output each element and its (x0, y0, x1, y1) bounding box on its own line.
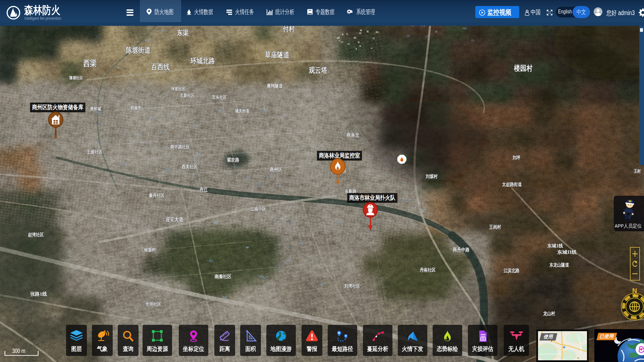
svg-text:候塬村: 候塬村 (144, 247, 156, 252)
svg-text:刘湾社区: 刘湾社区 (344, 283, 360, 289)
svg-text:草庙隧道: 草庙隧道 (265, 51, 290, 59)
svg-text:光明社区: 光明社区 (145, 301, 161, 307)
svg-text:康翔隧道: 康翔隧道 (267, 83, 283, 88)
svg-text:太赵路街道: 太赵路街道 (502, 182, 522, 187)
svg-text:西渠: 西渠 (83, 59, 97, 68)
svg-text:秦丹社区: 秦丹社区 (149, 193, 165, 198)
svg-text:宏头社区: 宏头社区 (212, 95, 227, 100)
svg-text:丹江: 丹江 (199, 187, 208, 192)
svg-text:紫农路: 紫农路 (227, 157, 239, 163)
svg-text:东城1线: 东城1线 (547, 243, 563, 248)
svg-text:商中路社区: 商中路社区 (170, 144, 190, 149)
svg-text:江南小区: 江南小区 (250, 206, 266, 212)
svg-text:隆塬社区: 隆塬社区 (69, 75, 83, 80)
svg-text:刘塬村: 刘塬村 (426, 174, 438, 179)
svg-text:迎宾大道: 迎宾大道 (165, 216, 184, 223)
svg-text:王塬社区: 王塬社区 (87, 149, 103, 155)
svg-text:南秦社区: 南秦社区 (214, 274, 231, 279)
svg-text:观云塔: 观云塔 (309, 66, 328, 74)
svg-text:陈塬街道: 陈塬街道 (126, 46, 151, 54)
svg-text:龙山村: 龙山村 (543, 311, 555, 316)
svg-text:东渠: 东渠 (177, 29, 189, 37)
svg-text:张路1线: 张路1线 (30, 291, 47, 297)
svg-text:北新社区: 北新社区 (180, 93, 195, 98)
svg-text:楼园村: 楼园村 (514, 64, 533, 72)
svg-text:赵湾社区: 赵湾社区 (28, 232, 44, 237)
svg-text:刘坪: 刘坪 (513, 155, 521, 160)
svg-text:300 m: 300 m (12, 347, 25, 354)
svg-text:付村: 付村 (283, 25, 295, 33)
svg-text:王村: 王村 (634, 169, 641, 174)
svg-text:商郁城: 商郁城 (90, 106, 101, 111)
svg-text:西关社区: 西关社区 (182, 164, 198, 169)
svg-text:商丹中路: 商丹中路 (452, 247, 470, 252)
svg-text:城关街道: 城关街道 (235, 108, 250, 113)
svg-text:商州区: 商州区 (270, 167, 282, 172)
svg-text:商洛北: 商洛北 (346, 132, 360, 138)
svg-text:东龙山隧道: 东龙山隧道 (549, 262, 569, 267)
svg-text:江滨北路: 江滨北路 (503, 268, 520, 274)
svg-text:百西线: 百西线 (151, 63, 170, 71)
svg-text:王岗村: 王岗村 (489, 224, 501, 230)
svg-text:前洛市: 前洛市 (130, 105, 141, 110)
svg-text:环城北路: 环城北路 (190, 57, 215, 65)
svg-text:东城II线: 东城II线 (557, 250, 577, 255)
svg-text:张坡社区: 张坡社区 (171, 86, 185, 91)
svg-text:丹南社区: 丹南社区 (420, 267, 436, 273)
